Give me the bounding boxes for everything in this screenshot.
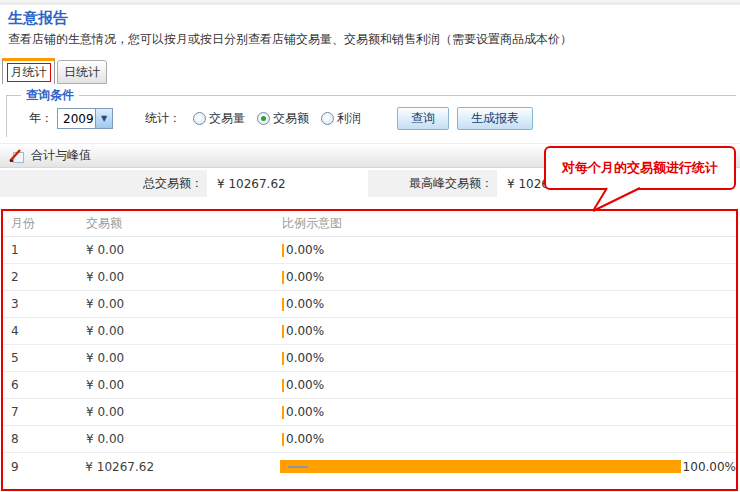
- radio-volume-label: 交易量: [209, 110, 245, 127]
- cell-ratio: 0.00%: [276, 378, 736, 392]
- ratio-bar: [282, 244, 284, 257]
- radio-profit-label: 利润: [337, 110, 361, 127]
- ratio-bar: [282, 406, 284, 419]
- table-header-row: 月份 交易额 比例示意图: [3, 211, 736, 237]
- percent-label: 0.00%: [286, 243, 324, 257]
- cell-ratio: 0.00%: [276, 324, 736, 338]
- percent-label: 0.00%: [286, 378, 324, 392]
- percent-label: 0.00%: [286, 432, 324, 446]
- ratio-bar: [282, 298, 284, 311]
- page-subtitle: 查看店铺的生意情况，您可以按月或按日分别查看店铺交易量、交易额和销售利润（需要设…: [8, 31, 572, 48]
- cell-amount: ¥ 0.00: [80, 432, 276, 446]
- year-label: 年：: [29, 110, 53, 127]
- peak-amount-label: 最高峰交易额：: [368, 170, 497, 197]
- header-ratio: 比例示意图: [276, 215, 736, 232]
- cell-ratio: 0.00%: [276, 405, 736, 419]
- cell-ratio: 0.00%: [276, 297, 736, 311]
- stats-tabs: 月统计 日统计: [2, 58, 107, 84]
- cell-month: 3: [3, 297, 80, 311]
- percent-label: 0.00%: [286, 297, 324, 311]
- table-row: 2 ¥ 0.00 0.00%: [3, 264, 736, 291]
- query-conditions-legend: 查询条件: [21, 87, 79, 104]
- cell-amount: ¥ 0.00: [80, 324, 276, 338]
- radio-circle-icon[interactable]: [193, 112, 206, 125]
- table-row: 6 ¥ 0.00 0.00%: [3, 372, 736, 399]
- cell-month: 8: [3, 432, 80, 446]
- page-title: 生意报告: [8, 9, 68, 28]
- total-amount-value: ¥ 10267.62: [207, 170, 368, 197]
- radio-amount-label: 交易额: [273, 110, 309, 127]
- top-gradient-strip: [0, 0, 740, 5]
- percent-label: 0.00%: [286, 405, 324, 419]
- callout-tail: [585, 187, 655, 213]
- table-row: 3 ¥ 0.00 0.00%: [3, 291, 736, 318]
- radio-profit[interactable]: 利润: [321, 110, 361, 127]
- generate-report-button[interactable]: 生成报表: [457, 107, 533, 130]
- query-conditions-panel: 查询条件 年： 2009 ▼ 统计： 交易量 交易额 利润 查询 生成报表: [6, 95, 736, 137]
- ratio-bar: [282, 325, 284, 338]
- cell-amount: ¥ 0.00: [80, 297, 276, 311]
- radio-circle-icon[interactable]: [321, 112, 334, 125]
- business-report-page: 生意报告 查看店铺的生意情况，您可以按月或按日分别查看店铺交易量、交易额和销售利…: [0, 0, 740, 492]
- query-form-row: 年： 2009 ▼ 统计： 交易量 交易额 利润 查询 生成报表: [7, 96, 736, 130]
- tab-monthly-label: 月统计: [7, 63, 51, 82]
- percent-label: 0.00%: [286, 324, 324, 338]
- header-amount: 交易额: [80, 215, 276, 232]
- cell-month: 4: [3, 324, 80, 338]
- ratio-bar: [282, 352, 284, 365]
- radio-transaction-volume[interactable]: 交易量: [193, 110, 245, 127]
- total-amount-label: 总交易额：: [0, 170, 207, 197]
- cell-ratio: 0.00%: [276, 432, 736, 446]
- annotation-callout: 对每个月的交易额进行统计: [544, 146, 736, 190]
- search-button[interactable]: 查询: [397, 107, 449, 130]
- table-row: 9 ¥ 10267.62 100.00%: [3, 453, 736, 480]
- cell-ratio: 100.00%: [274, 460, 736, 474]
- totals-section-title: 合计与峰值: [31, 147, 91, 164]
- cell-month: 2: [3, 270, 80, 284]
- table-row: 8 ¥ 0.00 0.00%: [3, 426, 736, 453]
- tab-daily-label: 日统计: [64, 64, 100, 81]
- cell-amount: ¥ 0.00: [80, 405, 276, 419]
- tab-monthly-stats[interactable]: 月统计: [2, 58, 55, 84]
- annotation-callout-text: 对每个月的交易额进行统计: [562, 159, 718, 177]
- cell-month: 6: [3, 378, 80, 392]
- radio-transaction-amount[interactable]: 交易额: [257, 110, 309, 127]
- cell-amount: ¥ 0.00: [80, 243, 276, 257]
- cell-month: 1: [3, 243, 80, 257]
- table-row: 4 ¥ 0.00 0.00%: [3, 318, 736, 345]
- ratio-bar: [280, 460, 681, 473]
- edit-note-icon: [9, 148, 25, 164]
- table-row: 5 ¥ 0.00 0.00%: [3, 345, 736, 372]
- ratio-bar: [282, 271, 284, 284]
- percent-label: 0.00%: [286, 351, 324, 365]
- cell-ratio: 0.00%: [276, 243, 736, 257]
- report-table-body: 1 ¥ 0.00 0.00% 2 ¥ 0.00 0.00% 3 ¥ 0.00 0…: [3, 237, 736, 480]
- percent-label: 100.00%: [683, 460, 736, 474]
- cell-amount: ¥ 10267.62: [79, 460, 273, 474]
- radio-circle-icon[interactable]: [257, 112, 270, 125]
- table-row: 7 ¥ 0.00 0.00%: [3, 399, 736, 426]
- table-row: 1 ¥ 0.00 0.00%: [3, 237, 736, 264]
- year-select-value: 2009: [58, 112, 95, 126]
- ratio-bar: [282, 379, 284, 392]
- cell-amount: ¥ 0.00: [80, 351, 276, 365]
- tab-daily-stats[interactable]: 日统计: [57, 60, 107, 84]
- cell-ratio: 0.00%: [276, 351, 736, 365]
- year-select[interactable]: 2009 ▼: [57, 108, 113, 129]
- stat-type-label: 统计：: [145, 110, 181, 127]
- cell-month: 9: [3, 460, 79, 474]
- header-month: 月份: [3, 215, 80, 232]
- bar-dash: [288, 466, 308, 468]
- cell-month: 5: [3, 351, 80, 365]
- monthly-report-table: 月份 交易额 比例示意图 1 ¥ 0.00 0.00% 2 ¥ 0.00 0.0…: [1, 209, 738, 491]
- chevron-down-icon[interactable]: ▼: [95, 109, 112, 128]
- ratio-bar: [282, 433, 284, 446]
- cell-amount: ¥ 0.00: [80, 378, 276, 392]
- cell-ratio: 0.00%: [276, 270, 736, 284]
- percent-label: 0.00%: [286, 270, 324, 284]
- cell-amount: ¥ 0.00: [80, 270, 276, 284]
- cell-month: 7: [3, 405, 80, 419]
